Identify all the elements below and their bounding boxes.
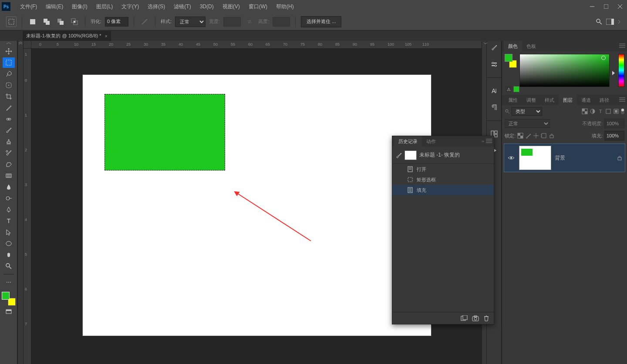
tab-swatches[interactable]: 色板 (522, 41, 540, 51)
gamut-warning-icon[interactable]: ⚠ (506, 86, 512, 92)
eyedropper-tool[interactable] (3, 103, 15, 113)
workspace-icon[interactable] (606, 19, 614, 25)
chevron-right-icon[interactable] (617, 20, 621, 23)
filter-toggle-icon[interactable] (621, 108, 624, 114)
layer-name[interactable]: 背景 (555, 154, 565, 162)
selection-intersect-icon[interactable] (69, 17, 80, 27)
tab-layers[interactable]: 图层 (559, 95, 577, 105)
history-brush-source-icon[interactable] (396, 152, 402, 158)
lock-position-icon[interactable] (533, 133, 539, 139)
panel-menu-icon[interactable] (619, 43, 625, 48)
screen-mode-icon[interactable] (3, 307, 15, 317)
marquee-tool[interactable] (3, 57, 15, 68)
layer-thumbnail[interactable] (519, 146, 551, 170)
brush-presets-icon[interactable] (489, 59, 499, 70)
tool-preset-icon[interactable] (6, 17, 17, 27)
move-tool[interactable] (3, 46, 15, 57)
menu-select[interactable]: 选择(S) (143, 0, 169, 13)
history-document-row[interactable]: 未标题 -1- 恢复的 (392, 147, 494, 164)
pen-tool[interactable] (3, 204, 15, 215)
filter-smart-icon[interactable] (613, 108, 619, 114)
zoom-tool[interactable] (3, 261, 15, 271)
document-canvas[interactable] (83, 75, 431, 336)
blur-tool[interactable] (3, 182, 15, 192)
lock-transparency-icon[interactable] (517, 133, 523, 139)
lock-all-icon[interactable] (549, 133, 555, 139)
menu-view[interactable]: 视图(V) (218, 0, 244, 13)
trash-icon[interactable] (483, 315, 489, 321)
feather-input[interactable] (105, 17, 128, 27)
menu-edit[interactable]: 编辑(E) (41, 0, 67, 13)
filter-adjust-icon[interactable] (590, 108, 596, 114)
document-tab[interactable]: 未标题-1-恢复的 @ 100%(RGB/8) * × (23, 30, 111, 41)
menu-file[interactable]: 文件(F) (16, 0, 41, 13)
brush-tool[interactable] (3, 125, 15, 136)
menu-layer[interactable]: 图层(L) (92, 0, 118, 13)
select-and-mask-button[interactable]: 选择并遮住 ... (301, 16, 341, 27)
filter-pixel-icon[interactable] (582, 108, 588, 114)
filter-type-icon[interactable]: T (597, 108, 603, 114)
foreground-color-swatch[interactable] (2, 292, 10, 300)
snapshot-icon[interactable] (472, 315, 479, 321)
hand-tool[interactable] (3, 250, 15, 260)
menu-help[interactable]: 帮助(H) (272, 0, 298, 13)
layer-filter-select[interactable]: 类型 (512, 107, 542, 116)
layer-row-background[interactable]: 背景 (504, 144, 625, 172)
tab-actions[interactable]: 动作 (422, 136, 440, 147)
opacity-input[interactable] (604, 119, 624, 128)
minimize-button[interactable] (585, 0, 599, 13)
tab-paths[interactable]: 路径 (595, 95, 614, 105)
lock-artboard-icon[interactable] (541, 133, 547, 139)
tab-styles[interactable]: 样式 (540, 95, 559, 105)
history-brush-tool[interactable] (3, 148, 15, 158)
gradient-tool[interactable] (3, 170, 15, 181)
ruler-horizontal[interactable]: 0 5 10 15 20 25 30 35 40 45 50 55 60 65 … (31, 41, 482, 49)
character-panel-icon[interactable]: A (489, 86, 499, 96)
maximize-button[interactable] (599, 0, 613, 13)
stamp-tool[interactable] (3, 137, 15, 147)
quick-select-tool[interactable] (3, 80, 15, 90)
ruler-vertical[interactable]: 1 0 1 2 3 4 5 6 7 (24, 49, 31, 364)
search-icon[interactable] (596, 18, 603, 25)
history-item-marquee[interactable]: 矩形选框 (392, 174, 494, 185)
collapse-panel-icon[interactable]: ›› (482, 139, 484, 144)
path-select-tool[interactable] (3, 227, 15, 237)
layers-menu-icon[interactable] (619, 97, 625, 102)
tab-adjustments[interactable]: 调整 (522, 95, 540, 105)
brush-settings-icon[interactable] (489, 43, 499, 53)
menu-3d[interactable]: 3D(D) (196, 0, 218, 13)
layer-visibility-icon[interactable] (507, 155, 516, 160)
layer-lock-icon[interactable] (617, 155, 622, 161)
selection-add-icon[interactable] (41, 17, 52, 27)
history-item-fill[interactable]: 填充 (392, 185, 494, 195)
ruler-origin[interactable] (24, 41, 31, 49)
selection-new-icon[interactable] (27, 17, 38, 27)
history-panel[interactable]: 历史记录 动作 ›› 未标题 -1- 恢复的 打开 矩形选框 填充 (392, 136, 494, 324)
crop-tool[interactable] (3, 91, 15, 102)
type-tool[interactable]: T (3, 216, 15, 226)
menu-filter[interactable]: 滤镜(T) (169, 0, 195, 13)
paragraph-panel-icon[interactable] (489, 102, 499, 113)
tab-history[interactable]: 历史记录 (394, 136, 422, 147)
collapse-strip-left[interactable] (17, 41, 24, 364)
history-item-open[interactable]: 打开 (392, 164, 494, 174)
panel-fg-color[interactable] (505, 54, 512, 62)
eraser-tool[interactable] (3, 159, 15, 170)
menu-window[interactable]: 窗口(W) (244, 0, 272, 13)
history-menu-icon[interactable] (486, 139, 492, 143)
lasso-tool[interactable] (3, 69, 15, 79)
dodge-tool[interactable] (3, 193, 15, 204)
healing-tool[interactable] (3, 114, 15, 124)
tab-properties[interactable]: 属性 (504, 95, 522, 105)
menu-type[interactable]: 文字(Y) (117, 0, 143, 13)
blend-mode-select[interactable]: 正常 (505, 119, 550, 128)
color-swatches[interactable] (2, 292, 16, 306)
fill-input[interactable] (604, 131, 624, 140)
hue-slider[interactable] (618, 54, 624, 87)
create-document-icon[interactable] (461, 315, 468, 321)
tab-channels[interactable]: 通道 (577, 95, 595, 105)
close-button[interactable] (613, 0, 627, 13)
edit-toolbar-icon[interactable]: ⋯ (3, 277, 15, 287)
tab-color[interactable]: 颜色 (504, 41, 522, 51)
antialias-icon[interactable] (139, 17, 150, 27)
